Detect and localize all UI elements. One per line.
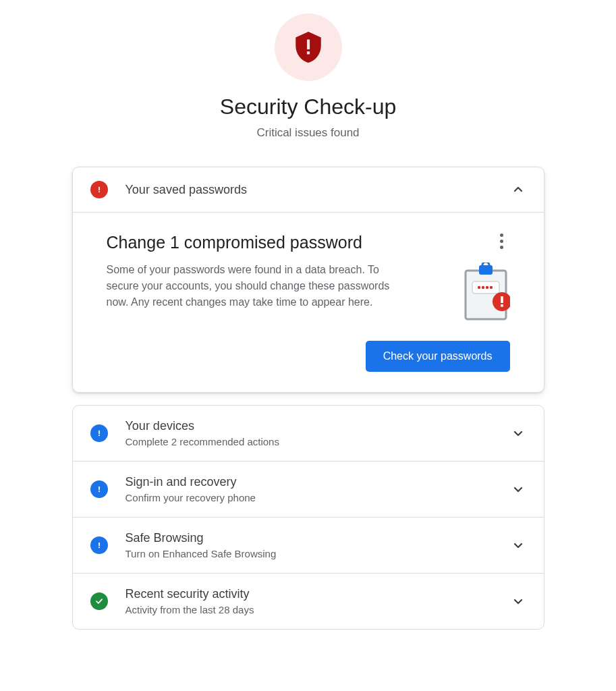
alert-icon	[90, 480, 108, 498]
section-title: Sign-in and recovery	[125, 475, 510, 489]
svg-rect-20	[99, 547, 100, 548]
check-icon	[90, 592, 108, 610]
more-options-button[interactable]	[494, 233, 510, 249]
alert-icon	[90, 181, 108, 198]
section-subtitle: Turn on Enhanced Safe Browsing	[125, 548, 510, 559]
your-devices-row[interactable]: Your devices Complete 2 recommended acti…	[73, 406, 544, 461]
svg-rect-18	[99, 491, 100, 492]
saved-passwords-body: Change 1 compromised password Some of yo…	[73, 213, 544, 392]
section-title: Recent security activity	[125, 587, 510, 601]
alert-icon	[90, 424, 108, 442]
page-subtitle: Critical issues found	[13, 126, 603, 140]
svg-rect-13	[501, 296, 503, 303]
chevron-down-icon	[510, 425, 526, 441]
check-passwords-button[interactable]: Check your passwords	[366, 341, 510, 372]
section-subtitle: Confirm your recovery phone	[125, 492, 510, 503]
svg-point-8	[477, 286, 480, 289]
svg-rect-19	[99, 543, 100, 546]
svg-rect-0	[306, 40, 309, 50]
saved-passwords-header[interactable]: Your saved passwords	[73, 167, 544, 213]
svg-rect-1	[306, 51, 309, 54]
svg-rect-16	[99, 435, 100, 436]
section-title: Your saved passwords	[125, 183, 510, 197]
chevron-down-icon	[510, 481, 526, 497]
recent-activity-row[interactable]: Recent security activity Activity from t…	[73, 573, 544, 629]
chevron-down-icon	[510, 593, 526, 609]
svg-rect-15	[99, 431, 100, 434]
shield-alert-icon	[275, 13, 342, 81]
sign-in-recovery-row[interactable]: Sign-in and recovery Confirm your recove…	[73, 461, 544, 517]
safe-browsing-row[interactable]: Safe Browsing Turn on Enhanced Safe Brow…	[73, 517, 544, 573]
section-subtitle: Activity from the last 28 days	[125, 604, 510, 615]
svg-point-11	[489, 286, 492, 289]
page-title: Security Check-up	[13, 94, 603, 119]
compromised-title: Change 1 compromised password	[107, 233, 448, 252]
svg-point-9	[481, 286, 484, 289]
chevron-down-icon	[510, 537, 526, 553]
section-title: Safe Browsing	[125, 531, 510, 545]
clipboard-alert-icon	[461, 262, 510, 322]
section-title: Your devices	[125, 419, 510, 433]
svg-rect-14	[501, 304, 503, 307]
svg-rect-17	[99, 487, 100, 490]
page-header: Security Check-up Critical issues found	[13, 13, 603, 140]
saved-passwords-card: Your saved passwords Change 1 compromise…	[72, 167, 544, 393]
svg-rect-3	[99, 191, 100, 192]
svg-point-10	[485, 286, 488, 289]
compromised-description: Some of your passwords were found in a d…	[107, 262, 390, 310]
svg-rect-5	[479, 265, 493, 275]
sections-card: Your devices Complete 2 recommended acti…	[72, 405, 544, 630]
alert-icon	[90, 536, 108, 554]
chevron-up-icon	[510, 182, 526, 198]
section-subtitle: Complete 2 recommended actions	[125, 436, 510, 447]
svg-rect-2	[99, 187, 100, 190]
